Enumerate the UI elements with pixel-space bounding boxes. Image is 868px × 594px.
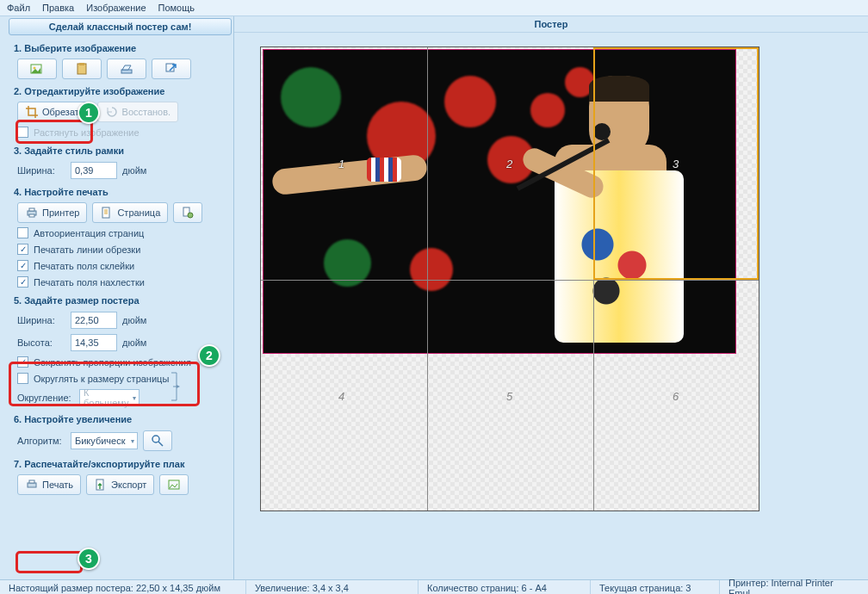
algo-select[interactable]: Бикубическ: [71, 432, 138, 449]
svg-rect-8: [29, 214, 34, 217]
stretch-label: Растянуть изображение: [34, 127, 140, 138]
algo-label: Алгоритм:: [17, 436, 65, 446]
page-extra-button[interactable]: [173, 202, 202, 223]
external-link-icon: [164, 62, 178, 76]
restore-button: Восстанов.: [97, 102, 179, 122]
link-dims-icon[interactable]: [170, 371, 180, 402]
autoorient-checkbox[interactable]: [17, 227, 28, 238]
zoom-preview-button[interactable]: [143, 430, 172, 451]
autoorient-label: Автоориентация страниц: [34, 228, 144, 238]
overlap-checkbox[interactable]: ✓: [17, 276, 28, 288]
overlap-label: Печатать поля нахлестки: [34, 277, 145, 288]
menu-edit[interactable]: Правка: [42, 3, 74, 13]
clipboard-button[interactable]: [62, 59, 102, 79]
svg-rect-13: [28, 483, 36, 487]
printer-icon: [25, 206, 39, 220]
left-sidebar: Сделай классный постер сам! 1. Выберите …: [0, 16, 234, 579]
scanner-button[interactable]: [107, 59, 146, 79]
status-size: Настоящий размер постера: 22,50 x 14,35 …: [0, 580, 246, 594]
poster-height-label: Высота:: [17, 337, 65, 348]
step2-title: 2. Отредактируйте изображение: [14, 86, 233, 96]
print-icon: [25, 478, 39, 492]
step6-title: 6. Настройте увеличение: [14, 414, 233, 424]
stretch-checkbox: [17, 127, 28, 138]
poster-area: 1 2 3 4 5 6: [260, 46, 760, 511]
poster-width-label: Ширина:: [17, 315, 65, 325]
glue-checkbox[interactable]: ✓: [17, 260, 28, 271]
cutlines-label: Печатать линии обрезки: [34, 244, 140, 255]
step3-title: 3. Задайте стиль рамки: [14, 145, 233, 156]
pagenum-2: 2: [506, 158, 512, 170]
frame-width-input[interactable]: [71, 162, 117, 179]
right-panel: Постер: [234, 16, 868, 579]
magnifier-icon: [151, 434, 164, 448]
status-pages: Количество страниц: 6 - A4: [418, 580, 591, 594]
menu-file[interactable]: Файл: [7, 3, 30, 13]
print-label: Печать: [42, 480, 73, 490]
promo-button[interactable]: Сделай классный постер сам!: [9, 18, 232, 35]
clipboard-icon: [75, 62, 89, 76]
svg-rect-9: [102, 207, 109, 218]
right-title: Постер: [234, 16, 868, 33]
frame-width-label: Ширина:: [17, 165, 65, 176]
menu-help[interactable]: Помощь: [158, 3, 195, 13]
step4-title: 4. Настройте печать: [14, 187, 233, 197]
image-export-icon: [167, 478, 181, 492]
roundpage-label: Округлять к размеру страницы: [34, 374, 169, 384]
poster-width-input[interactable]: [71, 312, 117, 329]
frame-unit: дюйм: [122, 165, 146, 176]
step5-title: 5. Задайте размер постера: [14, 295, 233, 306]
page-label: Страница: [117, 207, 160, 218]
status-current: Текущая страница: 3: [591, 580, 720, 594]
svg-rect-3: [79, 63, 84, 65]
svg-point-12: [152, 436, 159, 442]
export-extra-button[interactable]: [159, 474, 189, 495]
svg-point-11: [188, 213, 193, 218]
open-image-button[interactable]: [17, 59, 57, 79]
poster-height-input[interactable]: [71, 334, 117, 351]
menu-image[interactable]: Изображение: [86, 3, 146, 13]
page-button[interactable]: Страница: [92, 202, 168, 223]
svg-rect-4: [121, 70, 132, 73]
annotation-badge-2: 2: [198, 344, 220, 367]
roundpage-checkbox[interactable]: [17, 373, 28, 384]
status-printer: Принтер: Internal Printer Emul...: [720, 580, 868, 594]
external-button[interactable]: [152, 59, 191, 79]
glue-label: Печатать поля склейки: [34, 261, 134, 271]
svg-rect-14: [29, 480, 34, 483]
printer-label: Принтер: [42, 207, 79, 218]
pagenum-6: 6: [673, 390, 679, 403]
poster-width-unit: дюйм: [122, 315, 146, 325]
rounding-label: Округление:: [17, 393, 74, 403]
page-gear-icon: [181, 206, 195, 220]
status-enlarge: Увеличение: 3,4 x 3,4: [246, 580, 418, 594]
crop-icon: [25, 105, 39, 119]
page-icon: [100, 206, 114, 220]
pagenum-3: 3: [673, 158, 679, 170]
preview-canvas[interactable]: 1 2 3 4 5 6: [234, 33, 868, 579]
step7-title: 7. Распечатайте/экспортируйте плак: [14, 459, 233, 469]
restore-icon: [105, 105, 119, 119]
export-icon: [94, 478, 108, 492]
annotation-badge-1: 1: [78, 102, 100, 124]
pagenum-4: 4: [338, 390, 344, 403]
keepratio-checkbox[interactable]: ✓: [17, 356, 28, 368]
annotation-badge-3: 3: [78, 548, 100, 570]
status-bar: Настоящий размер постера: 22,50 x 14,35 …: [0, 579, 868, 594]
export-button[interactable]: Экспорт: [86, 474, 154, 495]
pagenum-1: 1: [338, 158, 344, 170]
svg-rect-7: [29, 208, 34, 211]
scanner-icon: [120, 62, 133, 76]
keepratio-label: Сохранять пропорции изображения: [34, 357, 191, 368]
printer-button[interactable]: Принтер: [17, 202, 87, 223]
menubar: Файл Правка Изображение Помощь: [0, 0, 868, 16]
image-add-icon: [30, 62, 44, 76]
restore-label: Восстанов.: [122, 107, 171, 117]
poster-height-unit: дюйм: [122, 337, 146, 348]
print-button[interactable]: Печать: [17, 474, 81, 495]
rounding-select: К большему: [79, 389, 140, 406]
pagenum-5: 5: [506, 390, 512, 403]
cutlines-checkbox[interactable]: ✓: [17, 244, 28, 255]
export-label: Экспорт: [111, 480, 146, 490]
step1-title: 1. Выберите изображение: [14, 43, 233, 53]
